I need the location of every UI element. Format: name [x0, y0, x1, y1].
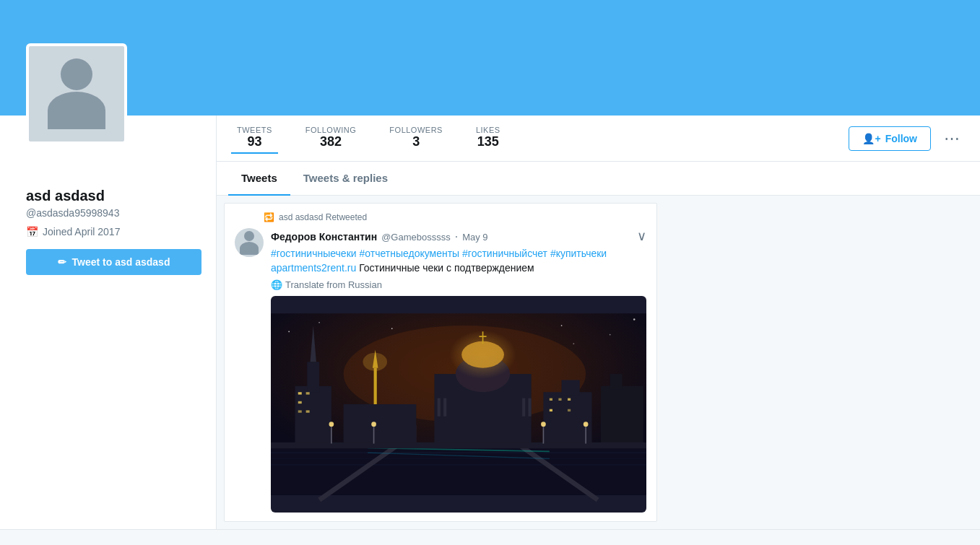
tweet-time: May 9 — [462, 232, 487, 243]
svg-rect-19 — [298, 401, 302, 404]
globe-icon: 🌐 — [271, 279, 282, 290]
svg-rect-38 — [562, 380, 580, 396]
username: @asdasda95998943 — [26, 207, 201, 219]
follow-button[interactable]: 👤+ Follow — [849, 126, 931, 151]
left-panel: asd asdasd @asdasda95998943 📅 Joined Apr… — [0, 115, 217, 529]
svg-point-48 — [329, 422, 334, 427]
joined-text: Joined April 2017 — [43, 226, 120, 237]
stats-group: TWEETS 93 FOLLOWING 382 FOLLOWERS 3 LIKE… — [231, 123, 849, 154]
svg-point-60 — [633, 319, 636, 321]
svg-point-59 — [610, 334, 611, 336]
svg-rect-18 — [306, 392, 310, 394]
chevron-down-icon[interactable]: ∨ — [637, 228, 646, 244]
profile-banner — [0, 0, 980, 115]
stats-bar: TWEETS 93 FOLLOWING 382 FOLLOWERS 3 LIKE… — [217, 115, 980, 162]
svg-point-25 — [363, 353, 387, 371]
svg-rect-34 — [443, 398, 446, 417]
tweets-label: TWEETS — [237, 126, 272, 134]
tab-tweets[interactable]: Tweets — [228, 162, 290, 196]
tweet-body: Федоров Константин @Gamebosssss · May 9 … — [235, 228, 646, 513]
main-content: 🔁 asd asdasd Retweeted — [217, 196, 980, 529]
likes-value: 135 — [477, 134, 499, 149]
tweet-image[interactable] — [271, 296, 646, 513]
tweet-header: Федоров Константин @Gamebosssss · May 9 … — [271, 228, 646, 244]
svg-rect-20 — [298, 411, 302, 413]
svg-point-56 — [318, 322, 320, 323]
svg-rect-14 — [295, 386, 331, 447]
svg-point-58 — [561, 325, 563, 326]
hashtag-4[interactable]: #купитьчеки — [550, 248, 607, 259]
pencil-icon: ✏ — [58, 256, 66, 268]
svg-rect-40 — [558, 398, 561, 401]
retweet-icon: 🔁 — [264, 212, 274, 222]
tweet-author-name[interactable]: Федоров Константин — [271, 231, 377, 243]
svg-point-52 — [541, 422, 546, 427]
tweet-content: Федоров Константин @Gamebosssss · May 9 … — [271, 228, 646, 513]
svg-rect-22 — [344, 404, 417, 444]
svg-rect-43 — [568, 409, 571, 411]
svg-rect-33 — [438, 398, 441, 417]
tweet-author-handle[interactable]: @Gamebosssss — [381, 232, 451, 243]
tabs: Tweets Tweets & replies — [217, 162, 980, 196]
tweet-author-avatar[interactable] — [235, 228, 264, 257]
svg-rect-36 — [528, 398, 531, 417]
hashtag-1[interactable]: #гостиничныечеки — [271, 248, 357, 259]
tweets-stat[interactable]: TWEETS 93 — [231, 123, 278, 154]
dot-separator: · — [455, 230, 458, 243]
following-label: FOLLOWING — [305, 126, 357, 134]
svg-point-61 — [573, 343, 575, 344]
svg-rect-35 — [522, 398, 525, 417]
svg-point-50 — [371, 422, 376, 427]
tab-tweets-replies[interactable]: Tweets & replies — [290, 162, 401, 196]
svg-rect-21 — [306, 411, 310, 413]
more-options-button[interactable]: ⋯ — [938, 126, 966, 151]
tweets-value: 93 — [247, 134, 261, 149]
tweets-column: 🔁 asd asdasd Retweeted — [217, 196, 664, 529]
add-user-icon: 👤+ — [862, 133, 880, 144]
right-panel: TWEETS 93 FOLLOWING 382 FOLLOWERS 3 LIKE… — [217, 115, 980, 529]
followers-stat[interactable]: FOLLOWERS 3 — [383, 123, 448, 154]
followers-value: 3 — [412, 134, 420, 149]
svg-rect-15 — [307, 362, 319, 392]
svg-rect-23 — [374, 368, 377, 404]
hashtag-3[interactable]: #гостиничныйсчет — [462, 248, 547, 259]
tweet-card: 🔁 asd asdasd Retweeted — [224, 203, 657, 522]
svg-rect-41 — [568, 398, 571, 401]
svg-point-57 — [391, 328, 393, 330]
svg-rect-46 — [271, 442, 646, 448]
svg-point-55 — [288, 331, 290, 333]
retweet-text: asd asdasd Retweeted — [279, 212, 367, 222]
following-value: 382 — [320, 134, 342, 149]
calendar-icon: 📅 — [26, 226, 38, 237]
tweet-to-button[interactable]: ✏ Tweet to asd asdasd — [26, 249, 201, 275]
svg-point-54 — [584, 422, 589, 427]
ellipsis-icon: ⋯ — [944, 129, 960, 148]
svg-rect-44 — [601, 386, 643, 447]
translate-text: Translate from Russian — [285, 279, 382, 290]
following-stat[interactable]: FOLLOWING 382 — [300, 123, 363, 154]
likes-label: LIKES — [476, 126, 500, 134]
svg-rect-2 — [271, 447, 646, 495]
svg-rect-17 — [298, 392, 302, 394]
joined-date: 📅 Joined April 2017 — [26, 226, 201, 237]
followers-label: FOLLOWERS — [389, 126, 443, 134]
svg-rect-42 — [550, 409, 552, 411]
display-name: asd asdasd — [26, 188, 201, 204]
tweet-link[interactable]: apartments2rent.ru — [271, 262, 356, 274]
translate-link[interactable]: 🌐 Translate from Russian — [271, 279, 646, 290]
likes-stat[interactable]: LIKES 135 — [470, 123, 506, 154]
avatar — [26, 43, 127, 144]
svg-rect-45 — [610, 374, 623, 389]
right-sidebar — [664, 196, 874, 529]
retweet-label: 🔁 asd asdasd Retweeted — [264, 212, 646, 222]
tweet-text: #гостиничныечеки #отчетныедокументы #гос… — [271, 247, 646, 275]
hashtag-2[interactable]: #отчетныедокументы — [359, 248, 459, 259]
follow-label: Follow — [885, 133, 917, 144]
stats-actions: 👤+ Follow ⋯ — [849, 126, 966, 151]
tweet-to-label: Tweet to asd asdasd — [72, 256, 170, 268]
svg-rect-39 — [550, 398, 552, 401]
profile-section: asd asdasd @asdasda95998943 📅 Joined Apr… — [0, 115, 980, 530]
